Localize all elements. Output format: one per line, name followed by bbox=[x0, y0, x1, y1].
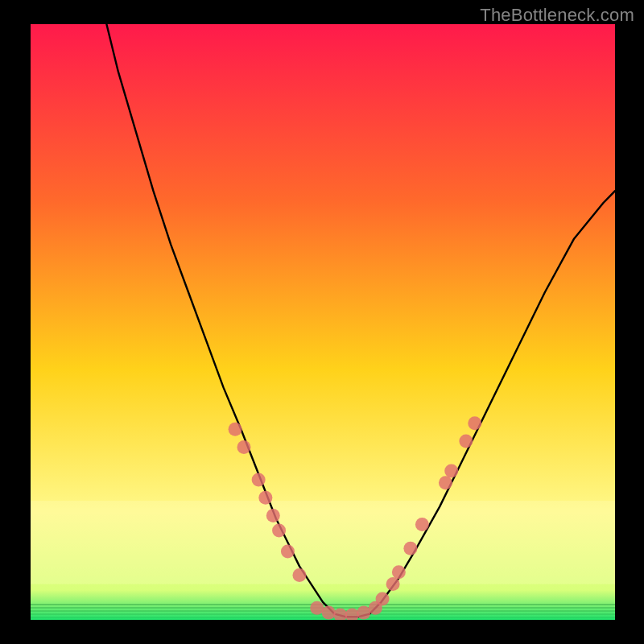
sample-point bbox=[281, 544, 295, 558]
sample-point bbox=[237, 440, 250, 454]
sample-point bbox=[439, 476, 452, 489]
sample-point bbox=[252, 473, 266, 487]
sample-point bbox=[258, 491, 272, 505]
sample-point bbox=[468, 416, 481, 430]
sample-point bbox=[444, 464, 458, 478]
sample-point bbox=[322, 606, 336, 620]
sample-point bbox=[386, 577, 400, 591]
bottleneck-chart bbox=[31, 24, 615, 620]
chart-stage: TheBottleneck.com bbox=[0, 0, 644, 644]
sample-point bbox=[292, 568, 306, 582]
plot-area bbox=[31, 24, 615, 620]
sample-point bbox=[415, 518, 429, 531]
sample-point bbox=[357, 606, 370, 620]
sample-point bbox=[459, 435, 473, 448]
sample-point bbox=[392, 565, 406, 579]
watermark-text: TheBottleneck.com bbox=[480, 5, 634, 26]
sample-point bbox=[310, 601, 324, 615]
sample-point bbox=[229, 423, 242, 436]
baseline-stripe bbox=[31, 617, 615, 618]
sample-point bbox=[403, 542, 417, 555]
sample-point bbox=[266, 509, 280, 522]
sample-point bbox=[376, 592, 390, 606]
sample-point bbox=[272, 524, 286, 538]
lower-band bbox=[31, 501, 615, 584]
